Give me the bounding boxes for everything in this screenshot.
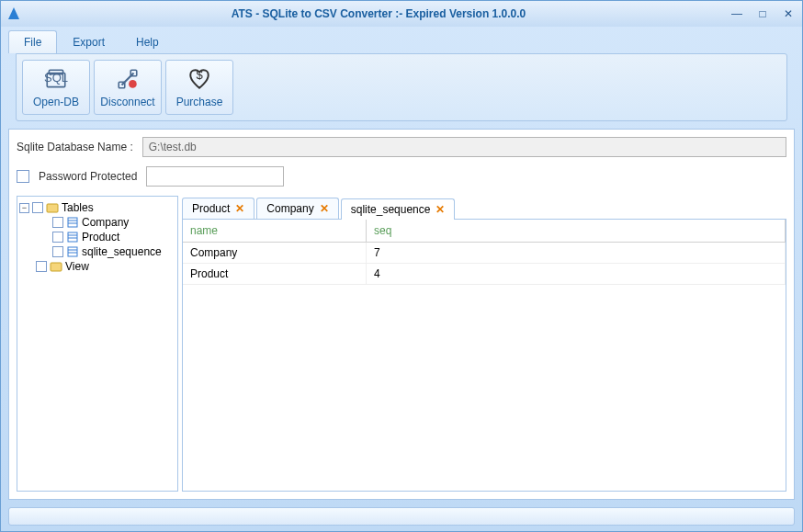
close-button[interactable]: ✕ <box>780 7 797 20</box>
cell-name: Company <box>183 243 367 263</box>
tab-label: Product <box>192 202 230 215</box>
disconnect-label: Disconnect <box>100 96 154 108</box>
purchase-icon: $ <box>187 66 212 92</box>
tree-label: Tables <box>62 201 94 214</box>
tree-node-tables[interactable]: − Tables <box>19 200 175 215</box>
app-window: ATS - SQLite to CSV Converter :- Expired… <box>0 0 803 532</box>
tab-company[interactable]: Company ✕ <box>256 198 338 219</box>
close-icon[interactable]: ✕ <box>235 202 244 215</box>
tree-node-view[interactable]: View <box>19 259 175 274</box>
table-row[interactable]: Product 4 <box>183 264 786 285</box>
right-panel: Product ✕ Company ✕ sqlite_sequence ✕ na… <box>182 196 786 492</box>
db-name-input[interactable] <box>142 137 786 157</box>
tree-label: Company <box>82 216 129 229</box>
table-row[interactable]: Company 7 <box>183 243 786 264</box>
window-controls: — □ ✕ <box>729 7 797 20</box>
tree-checkbox[interactable] <box>32 202 43 213</box>
app-logo-icon <box>6 6 21 21</box>
tree-panel: − Tables Company Product <box>17 196 178 492</box>
disconnect-button[interactable]: Disconnect <box>94 60 162 115</box>
purchase-button[interactable]: $ Purchase <box>165 60 233 115</box>
svg-rect-11 <box>68 232 77 242</box>
tab-label: sqlite_sequence <box>351 203 431 216</box>
close-icon[interactable]: ✕ <box>435 203 445 216</box>
menu-help[interactable]: Help <box>120 30 175 53</box>
tree-checkbox[interactable] <box>52 217 63 228</box>
open-db-icon: SQL <box>43 66 69 92</box>
titlebar: ATS - SQLite to CSV Converter :- Expired… <box>1 1 802 27</box>
folder-icon <box>46 201 59 214</box>
statusbar <box>8 507 795 526</box>
tree-node-company[interactable]: Company <box>19 215 175 230</box>
minimize-button[interactable]: — <box>729 7 745 20</box>
data-tabs: Product ✕ Company ✕ sqlite_sequence ✕ <box>182 196 786 220</box>
password-row: Password Protected <box>17 166 786 187</box>
tree-node-product[interactable]: Product <box>19 230 175 244</box>
close-icon[interactable]: ✕ <box>320 202 329 215</box>
svg-rect-14 <box>68 247 77 256</box>
tree-node-sqlite-sequence[interactable]: sqlite_sequence <box>19 244 175 259</box>
window-title: ATS - SQLite to CSV Converter :- Expired… <box>28 7 729 20</box>
password-checkbox[interactable] <box>17 170 29 183</box>
password-input[interactable] <box>146 166 284 187</box>
table-icon <box>66 245 79 258</box>
table-icon <box>66 216 79 229</box>
disconnect-icon <box>115 66 141 92</box>
split-panel: − Tables Company Product <box>17 196 786 492</box>
db-name-label: Sqlite Database Name : <box>17 141 133 153</box>
menu-file[interactable]: File <box>8 30 57 53</box>
cell-name: Product <box>183 264 367 284</box>
collapse-icon[interactable]: − <box>19 203 29 213</box>
tab-sqlite-sequence[interactable]: sqlite_sequence ✕ <box>341 198 456 220</box>
cell-seq: 4 <box>367 264 786 284</box>
folder-icon <box>50 260 62 273</box>
svg-text:$: $ <box>196 68 203 82</box>
svg-rect-7 <box>47 204 58 212</box>
menubar: File Export Help SQL Open-DB Disconnect … <box>1 27 802 121</box>
grid-header: name seq <box>183 220 786 243</box>
svg-point-5 <box>129 80 137 88</box>
purchase-label: Purchase <box>176 96 223 108</box>
tree-label: Product <box>82 231 119 243</box>
db-name-row: Sqlite Database Name : <box>17 137 786 157</box>
maximize-button[interactable]: □ <box>754 7 771 20</box>
tree-checkbox[interactable] <box>52 232 63 243</box>
tree-label: sqlite_sequence <box>82 245 162 258</box>
data-grid: name seq Company 7 Product 4 <box>182 220 786 492</box>
tree-label: View <box>65 260 89 273</box>
svg-text:SQL: SQL <box>44 71 68 85</box>
content-area: Sqlite Database Name : Password Protecte… <box>8 129 795 500</box>
svg-rect-17 <box>51 263 62 271</box>
svg-rect-8 <box>68 218 77 227</box>
column-header-seq[interactable]: seq <box>367 220 786 242</box>
tab-product[interactable]: Product ✕ <box>182 198 254 219</box>
open-db-button[interactable]: SQL Open-DB <box>22 60 90 115</box>
cell-seq: 7 <box>367 243 786 263</box>
grid-body: Company 7 Product 4 <box>183 243 786 491</box>
ribbon: SQL Open-DB Disconnect $ Purchase <box>16 53 787 121</box>
tree-checkbox[interactable] <box>52 246 63 257</box>
password-label: Password Protected <box>39 170 137 183</box>
open-db-label: Open-DB <box>33 96 79 108</box>
column-header-name[interactable]: name <box>183 220 367 242</box>
menu-export[interactable]: Export <box>57 30 120 53</box>
table-icon <box>66 231 79 243</box>
tree-checkbox[interactable] <box>36 261 47 272</box>
tab-label: Company <box>266 202 313 215</box>
